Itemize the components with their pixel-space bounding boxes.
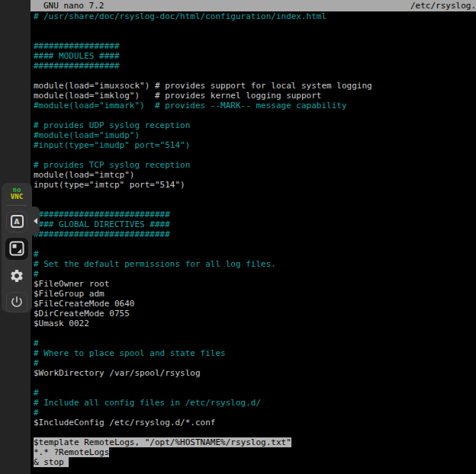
editor-line: *.* ?RemoteLogs [31,447,476,457]
editor-line [31,378,476,388]
terminal-window[interactable]: GNU nano 7.2 /etc/rsyslog. # /usr/share/… [31,0,476,474]
novnc-logo-bottom: VNC [11,194,23,200]
editor-line: # [31,338,476,348]
editor-line [31,150,476,160]
editor-line [31,21,476,31]
editor-line: # Where to place spool and state files [31,348,476,358]
editor-line: module(load="imuxsock") # provides suppo… [31,81,476,91]
editor-line: #module(load="immark") # provides --MARK… [31,101,476,110]
editor-line: #input(type="imudp" port="514") [31,140,476,150]
editor-line: input(type="imtcp" port="514") [31,180,476,190]
editor-line: ########################### [31,229,476,239]
editor-line: $FileOwner root [31,279,476,289]
editor-line: # /usr/share/doc/rsyslog-doc/html/config… [31,11,476,21]
editor-line: # [31,388,476,398]
novnc-logo: no VNC [11,187,23,200]
editor-line: # provides TCP syslog reception [31,160,476,170]
editor-line: ################# [31,61,476,71]
nano-version-label: GNU nano 7.2 [31,0,104,11]
editor-line: $DirCreateMode 0755 [31,309,476,319]
editor-line [31,190,476,200]
editor-line: $FileCreateMode 0640 [31,299,476,309]
editor-line: #### GLOBAL DIRECTIVES #### [31,219,476,229]
editor-line: $template RemoteLogs, "/opt/%HOSTNAME%/r… [31,437,476,447]
collapse-arrow-icon [34,218,37,224]
editor-line: $FileGroup adm [31,289,476,299]
editor-line [31,428,476,437]
editor-line: # provides UDP syslog reception [31,120,476,130]
power-button[interactable] [6,292,27,313]
editor-line: #module(load="imudp") [31,130,476,140]
editor-line [31,328,476,338]
editor-line: $WorkDirectory /var/spool/rsyslog [31,368,476,378]
desktop: GNU nano 7.2 /etc/rsyslog. # /usr/share/… [0,0,476,474]
editor-line: ################# [31,41,476,51]
editor-line [31,239,476,249]
fullscreen-icon [9,241,24,256]
nano-filename-label: /etc/rsyslog. [410,0,476,11]
power-icon [10,295,24,309]
editor-line: # [31,408,476,418]
editor-line: & stop [31,457,476,467]
editor-line: # [31,249,476,259]
fullscreen-button[interactable] [5,238,28,260]
editor-line [31,31,476,41]
editor-line: module(load="imtcp") [31,170,476,180]
editor-line: $IncludeConfig /etc/rsyslog.d/*.conf [31,418,476,428]
editor-line [31,110,476,120]
editor-line: $Umask 0022 [31,319,476,328]
editor-line: # Set the default permissions for all lo… [31,259,476,269]
novnc-control-bar: no VNC A [2,183,32,312]
editor-line: # Include all config files in /etc/rsysl… [31,398,476,408]
editor-text-area[interactable]: # /usr/share/doc/rsyslog-doc/html/config… [31,11,476,467]
gear-icon [9,268,24,283]
control-bar-handle[interactable] [31,207,40,235]
editor-line: # [31,358,476,368]
editor-line: # [31,269,476,279]
panel-divider [7,205,27,206]
editor-line: ########################### [31,210,476,219]
nano-titlebar: GNU nano 7.2 /etc/rsyslog. [31,0,476,11]
keyboard-icon: A [11,215,24,228]
settings-button[interactable] [6,265,27,287]
keyboard-button[interactable]: A [6,211,27,232]
editor-line [31,200,476,210]
editor-line: module(load="imklog") # provides kernel … [31,91,476,101]
editor-line: #### MODULES #### [31,51,476,61]
editor-line [31,71,476,81]
